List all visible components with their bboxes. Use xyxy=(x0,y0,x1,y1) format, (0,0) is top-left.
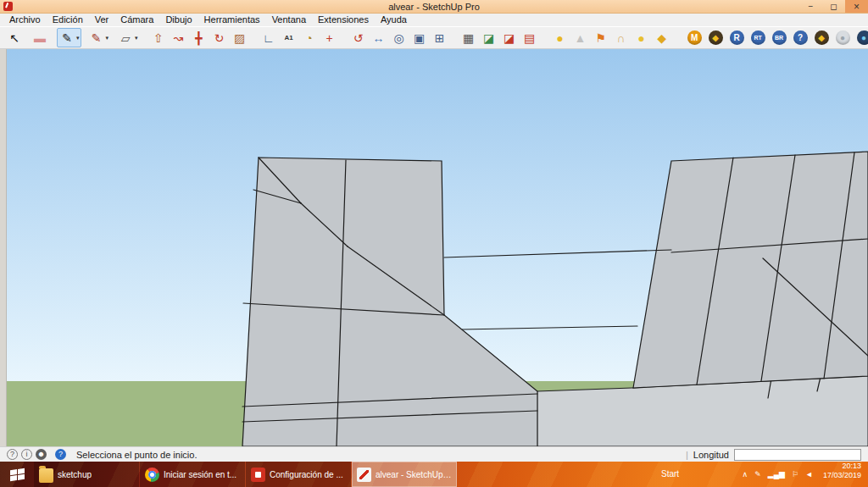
eraser-tool-icon: ▬ xyxy=(31,30,48,47)
tray-flag-icon[interactable]: ⚐ xyxy=(792,471,798,479)
plugin-br-button-icon: BR xyxy=(772,30,787,45)
folder-icon xyxy=(39,468,53,483)
taskbar-clock[interactable]: 20:13 17/03/2019 xyxy=(823,462,861,487)
menu-dibujo[interactable]: Dibujo xyxy=(159,14,198,26)
zoom-extents-tool[interactable]: ⊞ xyxy=(430,28,450,47)
plugin-m-button[interactable]: M xyxy=(684,28,705,47)
protractor-tool[interactable]: ◔ xyxy=(299,28,320,47)
followme-tool[interactable]: ↝ xyxy=(169,28,189,47)
rotate-tool[interactable]: ↻ xyxy=(209,28,230,47)
windows-logo-icon xyxy=(10,468,25,480)
taskbar-item-config[interactable]: Configuración de ... xyxy=(246,462,351,487)
plugin-m-button-icon: M xyxy=(687,30,702,45)
move-tool-icon: ╋ xyxy=(191,30,208,47)
info-circle-icon[interactable]: i xyxy=(21,449,32,460)
title-bar: alvear - SketchUp Pro − ◻ × xyxy=(0,0,868,14)
clock-date: 17/03/2019 xyxy=(823,471,861,480)
plugin-help-button[interactable]: ? xyxy=(790,28,811,47)
help-circle-icon[interactable]: ? xyxy=(7,449,18,460)
menu-ayuda[interactable]: Ayuda xyxy=(375,14,413,26)
axes-tool[interactable]: + xyxy=(320,28,340,47)
plugin-br-button[interactable]: BR xyxy=(769,28,790,47)
sketchup-icon xyxy=(357,468,371,482)
plugin-world-button-icon: ● xyxy=(857,30,868,45)
tray-signal-icon[interactable]: ▂▄▆ xyxy=(768,471,785,479)
zoom-tool[interactable]: ◎ xyxy=(389,28,409,47)
scale-tool[interactable]: ▨ xyxy=(230,28,250,47)
menu-ventana[interactable]: Ventana xyxy=(266,14,312,26)
tray-chevron-up-icon[interactable]: ∧ xyxy=(743,471,748,479)
plugin-r-button-icon: R xyxy=(730,30,744,45)
plugin-coin-button[interactable]: ● xyxy=(632,28,652,47)
plugin-r-button[interactable]: R xyxy=(726,28,748,47)
orbit-tool[interactable]: ↺ xyxy=(348,28,369,47)
start-button[interactable] xyxy=(0,462,34,487)
restore-button[interactable]: ◻ xyxy=(822,0,845,13)
viewport-canvas[interactable] xyxy=(0,49,868,446)
viewport-left-gutter xyxy=(0,49,7,446)
start-text: Start xyxy=(661,469,679,479)
tape-measure-tool[interactable]: ∟ xyxy=(259,28,279,47)
dimension-tool-icon: A1 xyxy=(281,30,298,47)
menu-archivo[interactable]: Archivo xyxy=(3,14,47,26)
section-cut-toggle[interactable]: ▤ xyxy=(520,28,540,47)
model-geometry xyxy=(0,49,868,446)
axes-tool-icon: + xyxy=(321,30,338,47)
taskbar-item-sketchup-folder[interactable]: sketchup xyxy=(34,462,139,487)
pushpull-tool-icon: ⇧ xyxy=(150,30,167,47)
tray-pen-icon[interactable]: ✎ xyxy=(754,471,761,479)
taskbar-item-sketchup-app[interactable]: alvear - SketchUp ... xyxy=(352,462,457,487)
plugin-pick-button[interactable]: ◆ xyxy=(652,28,672,47)
section-plane-tool[interactable]: ◪ xyxy=(479,28,499,47)
plugin-diamond-button-1[interactable]: ◆ xyxy=(705,28,726,47)
plugin-flag-button[interactable]: ⚑ xyxy=(591,28,611,47)
window-controls: − ◻ × xyxy=(799,0,868,13)
pan-tool[interactable]: ↔ xyxy=(369,28,389,47)
eraser-tool[interactable]: ▬ xyxy=(30,28,50,47)
plugin-help-button-icon: ? xyxy=(793,30,808,45)
user-circle-icon[interactable]: ☻ xyxy=(36,449,47,460)
plugin-sphere-button-icon: ● xyxy=(552,30,569,47)
freehand-tool[interactable]: ✎▾ xyxy=(86,28,111,47)
dimension-tool[interactable]: A1 xyxy=(279,28,299,47)
plugin-cone-button[interactable]: ▲ xyxy=(570,28,591,47)
statusbar-divider: | xyxy=(686,450,688,460)
redapp-icon xyxy=(251,468,265,482)
plugin-diamond-button-2-icon: ◆ xyxy=(815,30,829,45)
menu-extensiones[interactable]: Extensiones xyxy=(312,14,375,26)
plugin-sphere-button[interactable]: ● xyxy=(550,28,570,47)
plugin-world-button[interactable]: ● xyxy=(854,28,868,47)
plugin-diamond-button-2[interactable]: ◆ xyxy=(811,28,832,47)
freehand-tool-dropdown-caret[interactable]: ▾ xyxy=(106,35,109,42)
plugin-coin-button-icon: ● xyxy=(633,30,650,47)
taskbar-item-chrome[interactable]: Iniciar sesión en t... xyxy=(140,462,245,487)
protractor-tool-icon: ◔ xyxy=(301,30,318,47)
select-tool[interactable]: ↖ xyxy=(4,28,25,47)
rectangle-tool-dropdown-caret[interactable]: ▾ xyxy=(135,35,138,42)
chrome-icon xyxy=(145,468,159,482)
line-tool[interactable]: ✎▾ xyxy=(57,28,81,47)
measurement-label: Longitud xyxy=(693,450,729,460)
plugin-dome-button[interactable]: ∩ xyxy=(611,28,632,47)
taskbar: sketchupIniciar sesión en t...Configurac… xyxy=(0,462,868,487)
rectangle-tool[interactable]: ▱▾ xyxy=(115,28,140,47)
statusbar-icons: ?i☻? xyxy=(7,449,66,460)
menu-ver[interactable]: Ver xyxy=(89,14,115,26)
pushpull-tool[interactable]: ⇧ xyxy=(148,28,169,47)
move-tool[interactable]: ╋ xyxy=(189,28,209,47)
measurement-input[interactable] xyxy=(734,449,861,461)
question-badge-icon[interactable]: ? xyxy=(55,449,66,460)
section-display-toggle[interactable]: ◪ xyxy=(499,28,520,47)
close-button[interactable]: × xyxy=(845,0,868,13)
zoom-window-tool[interactable]: ▣ xyxy=(409,28,430,47)
plugin-globe-button[interactable]: ● xyxy=(832,28,854,47)
plugin-rt-button[interactable]: RT xyxy=(748,28,769,47)
toolbar: ↖▬✎▾✎▾▱▾⇧↝╋↻▨∟A1◔+↺↔◎▣⊞▦◪◪▤●▲⚑∩●◆M◆RRTBR… xyxy=(0,26,868,49)
menu-edicion[interactable]: Edición xyxy=(47,14,89,26)
tray-volume-icon[interactable]: ◄ xyxy=(805,471,813,479)
menu-herramientas[interactable]: Herramientas xyxy=(198,14,266,26)
styles-tool[interactable]: ▦ xyxy=(459,28,479,47)
menu-camara[interactable]: Cámara xyxy=(114,14,159,26)
line-tool-dropdown-caret[interactable]: ▾ xyxy=(76,35,80,42)
minimize-button[interactable]: − xyxy=(799,0,822,13)
